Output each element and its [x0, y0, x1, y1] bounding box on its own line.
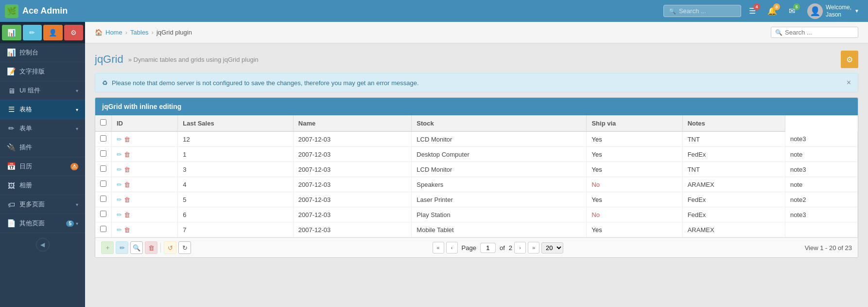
breadcrumb-tables[interactable]: Tables: [130, 29, 149, 36]
row-edit-btn-3[interactable]: ✏: [117, 181, 122, 188]
sidebar-item-plugins[interactable]: 🔌 插件: [0, 138, 85, 157]
row-edit-btn-6[interactable]: ✏: [117, 226, 122, 234]
row-select-6[interactable]: [100, 226, 106, 232]
breadcrumb-search[interactable]: 🔍: [771, 27, 858, 38]
breadcrumb-search-input[interactable]: [785, 29, 854, 36]
row-ship-via: ARAMEX: [682, 177, 785, 192]
forms-icon: ✏: [7, 124, 16, 133]
brand-icon: 🌿: [5, 4, 18, 18]
sidebar-icon-user[interactable]: 👤: [43, 25, 63, 40]
row-name: Speakers: [412, 177, 587, 192]
search-filter-button[interactable]: 🔍: [130, 241, 143, 254]
row-edit-btn-0[interactable]: ✏: [117, 136, 122, 143]
page-input[interactable]: [480, 243, 496, 253]
table-head: ID Last Sales Name Stock Ship via Notes: [95, 115, 858, 131]
row-delete-btn-5[interactable]: 🗑: [124, 211, 130, 218]
select-all-checkbox[interactable]: [100, 119, 106, 126]
mail-btn[interactable]: ✉ 5: [783, 2, 801, 20]
alert-close-button[interactable]: ×: [847, 78, 851, 87]
navbar-search[interactable]: 🔍: [663, 5, 741, 17]
row-stock: Yes: [587, 162, 682, 177]
of-label: of: [500, 244, 505, 252]
layout: 📊 ✏ 👤 ⚙ 📊 控制台 📝 文字排版 🖥 UI 组件 ▾: [0, 22, 868, 307]
sidebar-item-ui[interactable]: 🖥 UI 组件 ▾: [0, 81, 85, 100]
col-last-sales: Last Sales: [178, 115, 293, 131]
row-delete-btn-0[interactable]: 🗑: [124, 136, 130, 143]
row-stock: No: [587, 177, 682, 192]
navbar-right: 🔍 ☰ 4 🔔 8 ✉ 5 👤 Welcome,Jason ▼: [663, 2, 863, 20]
pager-last[interactable]: »: [528, 242, 539, 253]
brand: 🌿 Ace Admin: [5, 4, 68, 18]
row-select-0[interactable]: [100, 135, 106, 142]
grid-footer: ＋ ✏ 🔍 🗑 ↺ ↻ « ‹ Page of 2 › »: [95, 237, 858, 257]
sidebar-icon-edit[interactable]: ✏: [23, 25, 42, 40]
page-size-select[interactable]: 10 20 30 50: [541, 242, 563, 253]
sidebar-item-calendar[interactable]: 📅 日历 ⚠: [0, 157, 85, 176]
user-menu[interactable]: 👤 Welcome,Jason ▼: [803, 3, 863, 19]
row-last-sales: 2007-12-03: [293, 177, 412, 192]
row-actions: ✏ 🗑: [112, 222, 178, 237]
row-select-4[interactable]: [100, 196, 106, 202]
messages-btn[interactable]: ☰ 4: [744, 2, 761, 20]
sidebar-item-forms[interactable]: ✏ 表单 ▾: [0, 119, 85, 138]
row-select-2[interactable]: [100, 165, 106, 172]
top-navbar: 🌿 Ace Admin 🔍 ☰ 4 🔔 8 ✉ 5 👤 Welcome,Jaso…: [0, 0, 868, 22]
sidebar-item-gallery[interactable]: 🖼 相册: [0, 176, 85, 195]
breadcrumb-bar: 🏠 Home › Tables › jqGrid plugin 🔍: [85, 22, 868, 43]
delete-row-button[interactable]: 🗑: [145, 241, 157, 254]
row-last-sales: 2007-12-03: [293, 222, 412, 237]
sidebar-item-tables[interactable]: ☰ 表格 ▾: [0, 100, 85, 119]
row-actions: ✏ 🗑: [112, 207, 178, 222]
row-checkbox: [95, 131, 112, 147]
row-edit-btn-5[interactable]: ✏: [117, 211, 122, 218]
edit-row-button[interactable]: ✏: [116, 241, 128, 254]
sidebar-icon-cog[interactable]: ⚙: [64, 25, 84, 40]
row-delete-btn-3[interactable]: 🗑: [124, 181, 130, 188]
add-row-button[interactable]: ＋: [101, 241, 114, 254]
row-edit-btn-4[interactable]: ✏: [117, 196, 122, 203]
row-delete-btn-4[interactable]: 🗑: [124, 196, 130, 203]
sidebar-item-more-pages[interactable]: 🏷 更多页面 ▾: [0, 195, 85, 214]
ui-arrow: ▾: [76, 88, 78, 93]
reload-button[interactable]: ↻: [178, 241, 191, 254]
gallery-icon: 🖼: [7, 181, 16, 190]
row-actions: ✏ 🗑: [112, 177, 178, 192]
sidebar-label-plugins: 插件: [19, 143, 32, 152]
more-pages-icon: 🏷: [7, 200, 16, 209]
sidebar-icon-chart[interactable]: 📊: [2, 25, 21, 40]
sidebar-item-dashboard[interactable]: 📊 控制台: [0, 43, 85, 62]
row-name: Desktop Computer: [412, 147, 587, 162]
row-ship-via: ARAMEX: [682, 222, 785, 237]
page-title: jqGrid » Dynamic tables and grids using …: [95, 53, 259, 66]
row-edit-btn-1[interactable]: ✏: [117, 151, 122, 158]
sidebar-collapse-btn[interactable]: ◀: [36, 238, 50, 252]
navbar-search-input[interactable]: [679, 7, 736, 15]
row-checkbox: [95, 147, 112, 162]
row-id: 6: [178, 207, 293, 222]
row-select-3[interactable]: [100, 181, 106, 187]
settings-button[interactable]: ⚙: [841, 51, 858, 68]
row-name: LCD Monitor: [412, 131, 587, 147]
row-last-sales: 2007-12-03: [293, 207, 412, 222]
row-delete-btn-6[interactable]: 🗑: [124, 226, 130, 234]
alerts-btn[interactable]: 🔔 8: [764, 2, 781, 20]
other-arrow: ▾: [76, 221, 78, 226]
pager-prev[interactable]: ‹: [446, 242, 458, 253]
row-select-1[interactable]: [100, 150, 106, 157]
sidebar-label-dashboard: 控制台: [19, 48, 38, 57]
sidebar-label-typography: 文字排版: [19, 67, 45, 76]
row-actions: ✏ 🗑: [112, 147, 178, 162]
row-delete-btn-1[interactable]: 🗑: [124, 151, 130, 158]
mail-badge: 5: [793, 3, 800, 10]
breadcrumb-sep-1: ›: [125, 29, 127, 36]
row-stock: No: [587, 207, 682, 222]
pager-next[interactable]: ›: [514, 242, 526, 253]
pager-first[interactable]: «: [433, 242, 444, 253]
breadcrumb-home[interactable]: Home: [105, 29, 122, 36]
row-edit-btn-2[interactable]: ✏: [117, 166, 122, 173]
row-select-5[interactable]: [100, 211, 106, 217]
row-delete-btn-2[interactable]: 🗑: [124, 166, 130, 173]
sidebar-item-typography[interactable]: 📝 文字排版: [0, 62, 85, 81]
sidebar-item-other[interactable]: 📄 其他页面 5 ▾: [0, 214, 85, 233]
refresh-button[interactable]: ↺: [164, 241, 176, 254]
